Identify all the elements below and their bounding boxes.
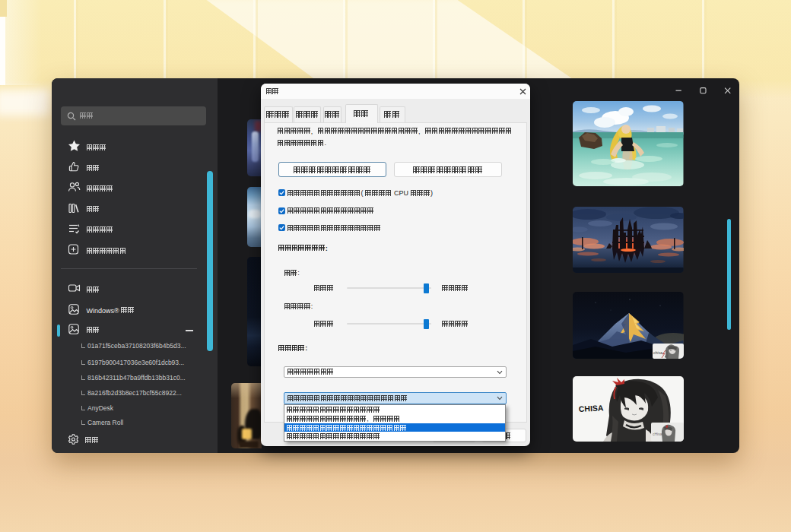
svg-text:CHISA: CHISA	[578, 403, 604, 413]
svg-text:cHisa: cHisa	[653, 432, 662, 436]
svg-text:chisa: chisa	[653, 350, 662, 355]
